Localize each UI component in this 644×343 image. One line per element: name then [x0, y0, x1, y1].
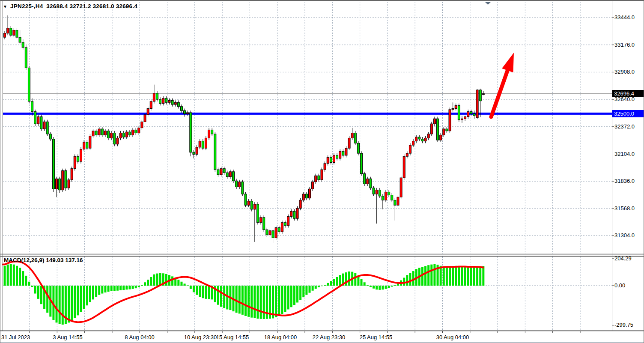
macd-histogram-bar: [71, 286, 73, 321]
candle: [56, 179, 58, 189]
candle: [440, 135, 442, 140]
candle: [34, 112, 36, 124]
candle: [458, 105, 460, 119]
macd-histogram-bar: [184, 283, 186, 286]
candle: [104, 131, 106, 135]
macd-histogram-bar: [318, 286, 320, 287]
macd-histogram-bar: [247, 286, 250, 317]
macd-histogram-bar: [13, 265, 15, 286]
candle: [43, 122, 45, 129]
macd-histogram-bar: [455, 266, 457, 286]
candle: [467, 112, 469, 117]
candle: [233, 172, 235, 181]
candle: [193, 152, 195, 155]
macd-histogram-bar: [217, 286, 219, 305]
candle: [293, 212, 295, 219]
time-axis-label: 22 Aug 23:30: [313, 334, 346, 341]
macd-histogram-bar: [263, 286, 265, 319]
candle: [74, 156, 76, 169]
candle: [247, 201, 250, 206]
candle: [37, 117, 39, 124]
candle: [31, 101, 33, 112]
macd-histogram-bar: [250, 286, 253, 318]
candle: [397, 197, 399, 205]
macd-histogram-bar: [312, 286, 314, 291]
candle: [412, 141, 414, 146]
macd-histogram-bar: [119, 286, 122, 290]
macd-histogram-bar: [165, 274, 167, 286]
candle: [28, 68, 30, 101]
candle: [336, 155, 338, 158]
candle: [345, 148, 347, 155]
candle: [159, 99, 161, 104]
candle: [122, 133, 125, 137]
candle: [394, 200, 396, 205]
macd-histogram-bar: [406, 275, 408, 286]
candle: [135, 130, 137, 133]
macd-histogram-bar: [74, 286, 76, 318]
macd-histogram-bar: [196, 286, 198, 295]
candle: [171, 100, 173, 104]
candle: [415, 137, 417, 141]
macd-histogram-bar: [147, 280, 149, 286]
candle: [449, 110, 451, 131]
macd-histogram-bar: [482, 266, 484, 286]
macd-histogram-bar: [479, 266, 481, 286]
macd-histogram-bar: [239, 286, 241, 313]
candle: [470, 112, 472, 114]
candle: [202, 141, 204, 149]
macd-histogram-bar: [144, 282, 146, 286]
hline-price-badge: 32500.0: [612, 110, 644, 117]
candle: [40, 117, 42, 129]
time-axis-label: 15 Aug 14:55: [216, 334, 249, 341]
macd-histogram-bar: [305, 286, 307, 295]
macd-histogram-bar: [220, 286, 222, 307]
macd-histogram-bar: [461, 266, 463, 286]
candle: [357, 143, 359, 153]
candle: [98, 129, 100, 135]
candle: [253, 204, 256, 209]
macd-histogram-bar: [299, 286, 301, 300]
candle: [327, 158, 329, 164]
symbol-title: ▼ JPN225-,H4 32688.4 32721.2 32681.0 326…: [3, 3, 137, 9]
candle: [351, 133, 353, 138]
macd-histogram-bar: [370, 286, 372, 287]
candle: [437, 119, 439, 140]
macd-histogram-bar: [59, 286, 61, 324]
macd-histogram-bar: [452, 266, 454, 286]
macd-histogram-bar: [467, 266, 469, 286]
candle: [318, 176, 320, 180]
candle: [296, 208, 298, 218]
candle: [473, 113, 475, 116]
macd-histogram-bar: [421, 267, 423, 286]
candle: [281, 223, 283, 232]
candle: [4, 33, 6, 38]
macd-histogram-bar: [22, 271, 24, 286]
candle: [348, 138, 350, 148]
candle: [119, 133, 122, 138]
candle: [388, 192, 390, 195]
macd-histogram-bar: [68, 286, 70, 322]
macd-histogram-bar: [205, 286, 207, 299]
macd-histogram-bar: [296, 286, 298, 302]
macd-histogram-bar: [333, 279, 335, 286]
macd-histogram-bar: [132, 286, 134, 289]
candle: [19, 37, 21, 42]
macd-histogram-bar: [7, 265, 9, 286]
candle: [370, 179, 372, 188]
macd-histogram-bar: [19, 268, 21, 286]
candle: [385, 192, 387, 200]
candle: [239, 182, 241, 187]
candle: [461, 119, 463, 119]
candle: [424, 138, 426, 141]
macd-histogram-bar: [394, 285, 396, 286]
macd-histogram-bar: [193, 286, 195, 292]
macd-histogram-bar: [327, 283, 329, 286]
candle: [65, 170, 67, 188]
dropdown-icon[interactable]: ▼: [3, 5, 7, 9]
candle: [427, 134, 429, 138]
macd-histogram-bar: [253, 286, 256, 318]
candle: [446, 129, 448, 131]
macd-histogram-bar: [116, 286, 119, 291]
candlestick-chart[interactable]: [0, 0, 644, 343]
